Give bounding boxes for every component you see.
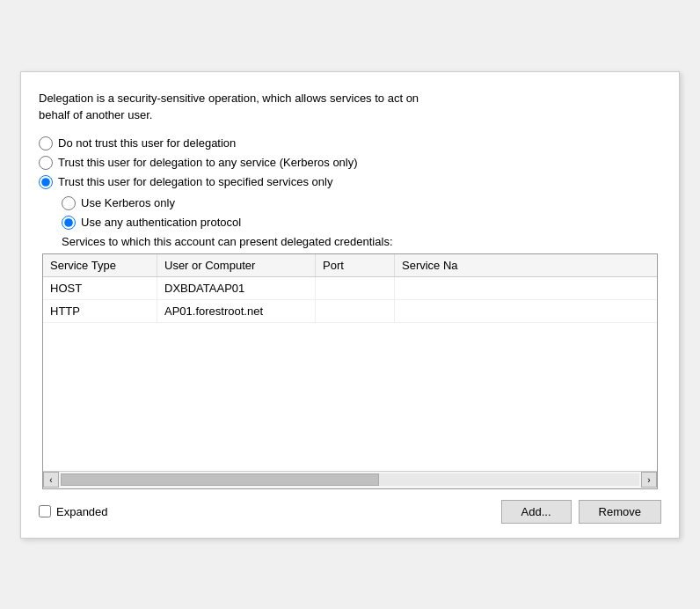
- expanded-label: Expanded: [56, 505, 108, 518]
- table-header: Service Type User or Computer Port Servi…: [43, 254, 657, 277]
- description: Delegation is a security-sensitive opera…: [39, 90, 661, 124]
- radio-no-trust-input[interactable]: [39, 136, 53, 150]
- col-service-name: Service Na: [395, 254, 657, 276]
- radio-any-auth-input[interactable]: [62, 216, 76, 230]
- sub-radio-group: Use Kerberos only Use any authentication…: [62, 196, 661, 230]
- cell-port-1: [316, 300, 395, 322]
- scroll-thumb[interactable]: [61, 473, 379, 486]
- cell-service-type-0: HOST: [43, 277, 157, 299]
- radio-no-trust[interactable]: Do not trust this user for delegation: [39, 136, 661, 150]
- scroll-right-arrow[interactable]: ›: [641, 472, 657, 488]
- radio-no-trust-label: Do not trust this user for delegation: [58, 136, 236, 150]
- radio-kerberos-only-label: Use Kerberos only: [81, 196, 175, 209]
- description-line1: Delegation is a security-sensitive opera…: [39, 92, 419, 105]
- main-radio-group: Do not trust this user for delegation Tr…: [39, 136, 661, 189]
- credentials-label: Services to which this account can prese…: [62, 235, 661, 248]
- radio-trust-specified-input[interactable]: [39, 175, 53, 189]
- col-service-type: Service Type: [43, 254, 157, 276]
- bottom-bar: Expanded Add... Remove: [39, 500, 661, 524]
- add-button[interactable]: Add...: [501, 500, 572, 524]
- cell-user-computer-0: DXBDATAAP01: [157, 277, 316, 299]
- horizontal-scrollbar[interactable]: ‹ ›: [43, 471, 657, 488]
- cell-user-computer-1: AP01.forestroot.net: [157, 300, 316, 322]
- radio-trust-any[interactable]: Trust this user for delegation to any se…: [39, 156, 661, 170]
- scroll-left-arrow[interactable]: ‹: [43, 472, 59, 488]
- radio-trust-any-label: Trust this user for delegation to any se…: [58, 156, 358, 169]
- services-table-container: Service Type User or Computer Port Servi…: [42, 253, 658, 489]
- radio-trust-specified-label: Trust this user for delegation to specif…: [58, 175, 332, 188]
- description-line2: behalf of another user.: [39, 108, 152, 121]
- left-arrow-icon: ‹: [49, 475, 52, 485]
- expanded-checkbox-item[interactable]: Expanded: [39, 505, 494, 518]
- remove-button[interactable]: Remove: [579, 500, 661, 524]
- table-body: HOST DXBDATAAP01 HTTP AP01.forestroot.ne…: [43, 277, 657, 471]
- scroll-track[interactable]: [61, 473, 639, 486]
- col-port: Port: [316, 254, 395, 276]
- cell-service-name-0: [395, 277, 657, 299]
- table-row[interactable]: HTTP AP01.forestroot.net: [43, 300, 657, 323]
- col-user-computer: User or Computer: [157, 254, 316, 276]
- right-arrow-icon: ›: [647, 475, 650, 485]
- delegation-panel: Delegation is a security-sensitive opera…: [20, 71, 680, 539]
- radio-kerberos-only[interactable]: Use Kerberos only: [62, 196, 661, 210]
- table-row[interactable]: HOST DXBDATAAP01: [43, 277, 657, 300]
- radio-kerberos-only-input[interactable]: [62, 196, 76, 210]
- radio-any-auth-label: Use any authentication protocol: [81, 216, 241, 229]
- cell-port-0: [316, 277, 395, 299]
- cell-service-name-1: [395, 300, 657, 322]
- radio-trust-specified[interactable]: Trust this user for delegation to specif…: [39, 175, 661, 189]
- radio-trust-any-input[interactable]: [39, 156, 53, 170]
- expanded-checkbox[interactable]: [39, 505, 51, 517]
- radio-any-auth[interactable]: Use any authentication protocol: [62, 216, 661, 230]
- cell-service-type-1: HTTP: [43, 300, 157, 322]
